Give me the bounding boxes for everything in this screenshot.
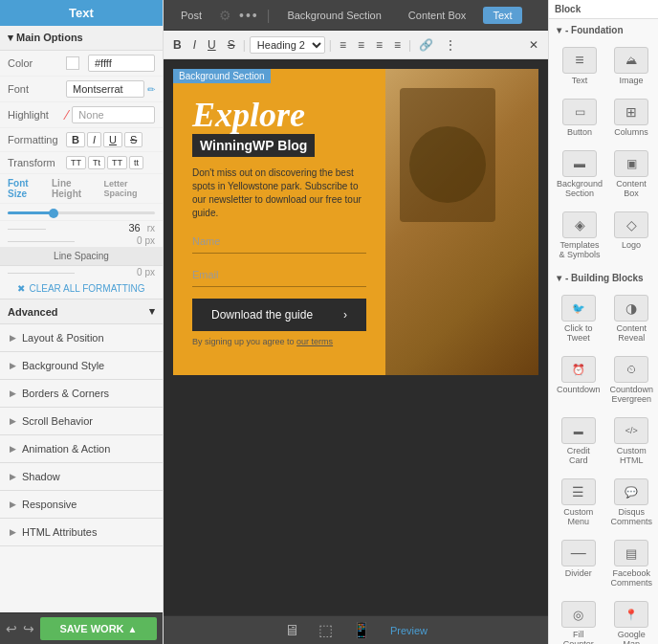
bold-button[interactable]: B xyxy=(66,132,85,147)
undo-button[interactable]: ↩ xyxy=(6,621,17,636)
block-templates[interactable]: Templates & Symbols xyxy=(553,206,606,265)
terms-prefix: By signing up you agree to xyxy=(192,337,295,346)
mobile-icon[interactable]: 📱 xyxy=(352,621,371,639)
html-attributes-header[interactable]: ▶ HTML Attributes xyxy=(0,519,163,545)
background-style-header[interactable]: ▶ Background Style xyxy=(0,352,163,379)
block-image[interactable]: Image xyxy=(608,41,654,91)
text-tab[interactable]: Text xyxy=(483,7,521,24)
fmt-bold-btn[interactable]: B xyxy=(169,36,186,54)
fmt-sep-3: | xyxy=(408,38,411,52)
shadow-header[interactable]: ▶ Shadow xyxy=(0,463,163,490)
close-formatting-btn[interactable]: ✕ xyxy=(525,36,542,54)
countdown-ev-block-label: Countdown Evergreen xyxy=(610,385,654,404)
block-fill-counter[interactable]: Fill Counter xyxy=(553,595,604,644)
heading-select[interactable]: Heading 2 xyxy=(250,36,325,54)
animation-action-label: Animation & Action xyxy=(22,443,110,455)
block-custom-menu[interactable]: Custom Menu xyxy=(553,473,604,532)
font-size-unit: rx xyxy=(147,223,155,233)
block-countdown[interactable]: Countdown xyxy=(553,350,604,410)
line-height-label[interactable]: Line Height xyxy=(52,178,97,199)
slider-thumb[interactable] xyxy=(49,209,58,218)
font-size-slider-area[interactable] xyxy=(0,204,163,221)
block-credit-card[interactable]: Credit Card xyxy=(553,411,604,471)
block-google-map[interactable]: Google Map xyxy=(606,595,658,644)
align-justify-btn[interactable]: ≡ xyxy=(390,36,405,54)
block-tab-label[interactable]: Block xyxy=(555,4,581,14)
animation-action-item: ▶ Animation & Action xyxy=(0,435,163,463)
underline-button[interactable]: U xyxy=(103,132,122,147)
block-custom-html[interactable]: Custom HTML xyxy=(606,411,658,471)
fmt-italic-btn[interactable]: I xyxy=(189,36,200,54)
font-value[interactable]: Montserrat xyxy=(66,80,144,98)
foundation-section-title[interactable]: ▾ - Foundation xyxy=(549,19,658,39)
font-row: Font Montserrat ✏ xyxy=(0,77,163,102)
more-options-btn[interactable]: ⋮ xyxy=(441,36,460,54)
dots-menu[interactable]: ••• xyxy=(239,8,259,23)
font-size-number[interactable]: 36 xyxy=(128,222,140,233)
foundation-label: - Foundation xyxy=(565,25,624,35)
transform-none-button[interactable]: TT xyxy=(66,156,86,169)
block-button[interactable]: Button xyxy=(553,93,606,143)
responsive-arrow-icon: ▶ xyxy=(10,500,16,509)
highlight-value[interactable]: None xyxy=(72,106,155,123)
responsive-header[interactable]: ▶ Responsive xyxy=(0,491,163,518)
building-blocks-section-title[interactable]: ▾ - Building Blocks xyxy=(549,267,658,287)
name-input[interactable] xyxy=(192,230,366,254)
block-facebook-comments[interactable]: Facebook Comments xyxy=(606,534,658,593)
save-work-button[interactable]: SAVE WORK ▲ xyxy=(40,617,157,640)
layout-position-header[interactable]: ▶ Layout & Position xyxy=(0,324,163,351)
main-options-header[interactable]: ▾ Main Options xyxy=(0,26,163,51)
download-label: Download the guide xyxy=(211,308,313,322)
borders-corners-header[interactable]: ▶ Borders & Corners xyxy=(0,380,163,407)
image-circle xyxy=(409,126,486,203)
transform-upper-button[interactable]: TT xyxy=(107,156,127,169)
settings-icon[interactable]: ⚙ xyxy=(219,8,231,23)
font-size-slider-track[interactable] xyxy=(8,211,155,214)
block-click-tweet[interactable]: Click to Tweet xyxy=(553,289,604,348)
align-right-btn[interactable]: ≡ xyxy=(372,36,386,54)
block-logo[interactable]: Logo xyxy=(608,206,654,265)
block-divider[interactable]: Divider xyxy=(553,534,604,593)
align-left-btn[interactable]: ≡ xyxy=(336,36,350,54)
bg-right-image xyxy=(385,69,538,375)
block-bg-section[interactable]: Background Section xyxy=(553,144,606,204)
block-text[interactable]: Text xyxy=(553,41,606,91)
block-disqus[interactable]: Disqus Comments xyxy=(606,473,658,532)
font-size-label[interactable]: Font Size xyxy=(8,178,44,199)
borders-arrow-icon: ▶ xyxy=(10,389,16,398)
strikethrough-button[interactable]: S xyxy=(124,132,143,147)
px-dashes-1: ——————— xyxy=(8,235,131,246)
italic-button[interactable]: I xyxy=(87,132,101,147)
line-spacing-button[interactable]: Line Spacing xyxy=(0,247,163,266)
link-btn[interactable]: 🔗 xyxy=(415,36,437,54)
block-content-box[interactable]: Content Box xyxy=(608,144,654,204)
desktop-icon[interactable]: 🖥 xyxy=(284,622,299,639)
letter-spacing-label[interactable]: Letter Spacing xyxy=(104,179,155,198)
advanced-header[interactable]: Advanced ▾ xyxy=(0,300,163,324)
bg-section-inner: Explore WinningWP Blog Don't miss out on… xyxy=(173,69,538,375)
block-countdown-evergreen[interactable]: Countdown Evergreen xyxy=(606,350,658,410)
content-box-tab[interactable]: Content Box xyxy=(399,7,476,24)
color-swatch[interactable] xyxy=(66,56,79,70)
explore-text: Explore xyxy=(192,98,366,132)
block-columns[interactable]: Columns xyxy=(608,93,654,143)
preview-button[interactable]: Preview xyxy=(390,625,428,636)
transform-title-button[interactable]: Tt xyxy=(88,156,105,169)
clear-formatting-button[interactable]: ✖ CLEAR ALL FORMATTING xyxy=(0,278,163,300)
post-tab[interactable]: Post xyxy=(171,7,211,24)
block-content-reveal[interactable]: Content Reveal xyxy=(606,289,658,348)
fmt-underline-btn[interactable]: U xyxy=(204,36,220,54)
transform-lower-button[interactable]: tt xyxy=(129,156,143,169)
tablet-icon[interactable]: ⬚ xyxy=(318,621,333,639)
scroll-behavior-header[interactable]: ▶ Scroll Behavior xyxy=(0,408,163,434)
download-button[interactable]: Download the guide › xyxy=(192,299,366,331)
font-edit-icon[interactable]: ✏ xyxy=(147,84,155,95)
bg-section-tab[interactable]: Background Section xyxy=(277,7,390,24)
animation-action-header[interactable]: ▶ Animation & Action xyxy=(0,435,163,462)
align-center-btn[interactable]: ≡ xyxy=(354,36,368,54)
email-input[interactable] xyxy=(192,263,366,287)
fmt-strike-btn[interactable]: S xyxy=(224,36,239,54)
redo-button[interactable]: ↪ xyxy=(23,621,34,636)
terms-link[interactable]: our terms xyxy=(296,337,333,346)
color-value[interactable]: #ffff xyxy=(88,55,155,72)
